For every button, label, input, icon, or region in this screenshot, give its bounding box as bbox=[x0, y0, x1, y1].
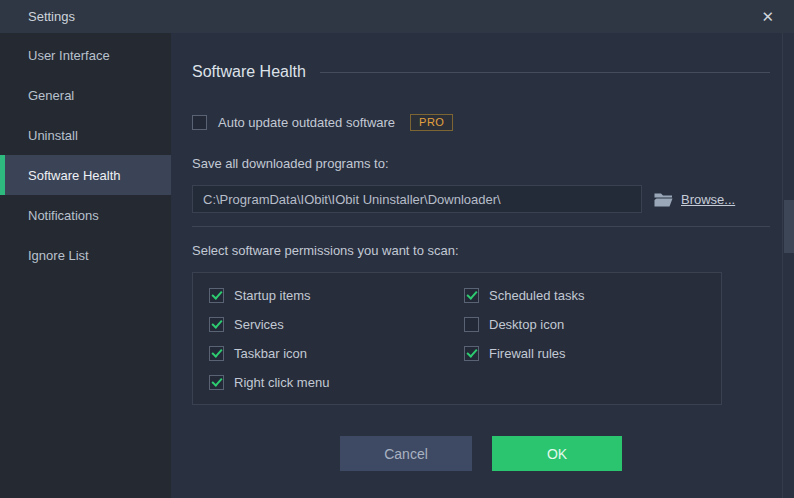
permission-label: Right click menu bbox=[234, 375, 329, 390]
permission-label: Taskbar icon bbox=[234, 346, 307, 361]
ok-button[interactable]: OK bbox=[492, 436, 622, 471]
checkbox-icon[interactable] bbox=[464, 317, 479, 332]
permission-firewall-rules[interactable]: Firewall rules bbox=[464, 343, 584, 363]
permission-label: Desktop icon bbox=[489, 317, 564, 332]
cancel-button[interactable]: Cancel bbox=[340, 436, 472, 471]
checkbox-icon[interactable] bbox=[209, 375, 224, 390]
permission-label: Firewall rules bbox=[489, 346, 566, 361]
sidebar: User Interface General Uninstall Softwar… bbox=[0, 33, 171, 498]
save-path-label: Save all downloaded programs to: bbox=[192, 156, 770, 171]
open-folder-icon[interactable] bbox=[654, 192, 673, 207]
checkbox-icon[interactable] bbox=[209, 288, 224, 303]
titlebar: Settings ✕ bbox=[0, 0, 794, 33]
sidebar-item-label: User Interface bbox=[28, 48, 110, 63]
sidebar-item-ignore-list[interactable]: Ignore List bbox=[0, 235, 171, 275]
permission-services[interactable]: Services bbox=[209, 314, 464, 334]
sidebar-item-label: Software Health bbox=[28, 168, 121, 183]
dialog-title: Settings bbox=[28, 9, 75, 24]
permission-label: Services bbox=[234, 317, 284, 332]
settings-dialog: Settings ✕ User Interface General Uninst… bbox=[0, 0, 794, 498]
auto-update-checkbox[interactable] bbox=[192, 115, 207, 130]
download-path-input[interactable] bbox=[192, 185, 642, 213]
scrollbar[interactable] bbox=[782, 33, 794, 498]
permission-label: Scheduled tasks bbox=[489, 288, 584, 303]
permission-taskbar-icon[interactable]: Taskbar icon bbox=[209, 343, 464, 363]
permission-startup-items[interactable]: Startup items bbox=[209, 285, 464, 305]
settings-panel-software-health: Software Health Auto update outdated sof… bbox=[171, 33, 794, 498]
sidebar-item-general[interactable]: General bbox=[0, 75, 171, 115]
selected-accent-bar bbox=[0, 155, 5, 195]
permission-right-click-menu[interactable]: Right click menu bbox=[209, 372, 464, 392]
checkbox-icon[interactable] bbox=[464, 288, 479, 303]
auto-update-label: Auto update outdated software bbox=[218, 115, 395, 130]
heading-divider bbox=[320, 72, 770, 73]
checkbox-icon[interactable] bbox=[209, 346, 224, 361]
checkbox-icon[interactable] bbox=[209, 317, 224, 332]
sidebar-item-notifications[interactable]: Notifications bbox=[0, 195, 171, 235]
sidebar-item-software-health[interactable]: Software Health bbox=[0, 155, 171, 195]
checkbox-icon[interactable] bbox=[464, 346, 479, 361]
permission-label: Startup items bbox=[234, 288, 311, 303]
sidebar-item-label: Notifications bbox=[28, 208, 99, 223]
browse-link[interactable]: Browse... bbox=[681, 192, 735, 207]
sidebar-item-label: Uninstall bbox=[28, 128, 78, 143]
sidebar-item-uninstall[interactable]: Uninstall bbox=[0, 115, 171, 155]
scrollbar-thumb[interactable] bbox=[784, 200, 794, 253]
sidebar-item-user-interface[interactable]: User Interface bbox=[0, 35, 171, 75]
section-heading-row: Software Health bbox=[192, 63, 770, 81]
permissions-label: Select software permissions you want to … bbox=[192, 243, 770, 258]
sidebar-item-label: Ignore List bbox=[28, 248, 89, 263]
permission-scheduled-tasks[interactable]: Scheduled tasks bbox=[464, 285, 584, 305]
page-title: Software Health bbox=[192, 63, 306, 81]
permissions-panel: Startup items Services Taskbar icon Righ… bbox=[192, 272, 722, 405]
section-divider bbox=[192, 226, 770, 227]
permission-desktop-icon[interactable]: Desktop icon bbox=[464, 314, 584, 334]
close-icon[interactable]: ✕ bbox=[755, 7, 780, 26]
pro-badge: PRO bbox=[410, 114, 453, 131]
sidebar-item-label: General bbox=[28, 88, 74, 103]
